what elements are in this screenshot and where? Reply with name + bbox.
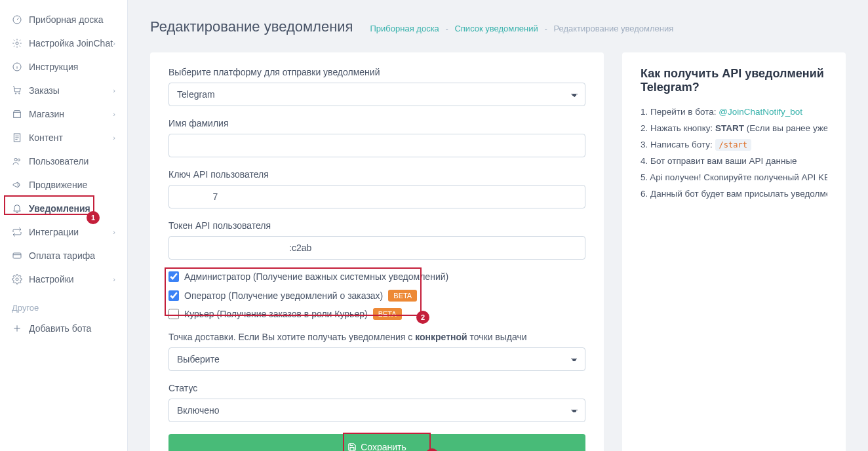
help-title: Как получить API уведолмений Telegram?: [641, 67, 827, 94]
help-step: Нажать кнопку: START (Если вы ранее уже …: [641, 120, 827, 136]
save-button[interactable]: Сохранить: [168, 434, 585, 451]
token-input[interactable]: [168, 236, 585, 260]
svg-point-8: [18, 159, 20, 161]
page-title: Редактирование уведомления: [150, 18, 353, 35]
chevron-right-icon: ›: [113, 275, 115, 283]
sidebar-section-other: Другое: [0, 291, 127, 317]
plus-icon: [12, 323, 22, 334]
sidebar-label: Инструкция: [29, 62, 78, 72]
sidebar-label: Настройка JoinChat: [29, 38, 113, 49]
bot-link[interactable]: @JoinChatNotify_bot: [719, 107, 802, 117]
pickup-label: Точка доставки. Если Вы хотите получать …: [168, 332, 585, 342]
sidebar-item-instruction[interactable]: Инструкция: [0, 55, 127, 79]
help-card: Как получить API уведолмений Telegram? П…: [622, 52, 846, 451]
sidebar-item-dashboard[interactable]: Приборная доска: [0, 8, 127, 31]
cog-icon: [12, 274, 22, 284]
chevron-right-icon: ›: [113, 228, 115, 236]
apikey-input[interactable]: [168, 185, 585, 208]
sidebar-label: Магазин: [29, 109, 64, 119]
operator-checkbox-label[interactable]: Оператор (Получение уведомлений о заказа…: [184, 290, 383, 301]
beta-badge: BETA: [373, 308, 402, 320]
svg-point-4: [19, 93, 20, 94]
chevron-right-icon: ›: [113, 39, 115, 47]
gauge-icon: [12, 14, 22, 25]
sidebar-item-notifications[interactable]: Уведомления: [0, 197, 127, 220]
chevron-right-icon: ›: [113, 87, 115, 94]
svg-point-7: [14, 158, 17, 161]
status-label: Статус: [168, 383, 585, 393]
main-content: Редактирование уведомления Приборная дос…: [128, 0, 868, 451]
sidebar-label: Заказы: [29, 85, 60, 96]
users-icon: [12, 156, 22, 167]
cart-icon: [12, 85, 22, 96]
courier-checkbox[interactable]: [168, 309, 179, 319]
admin-checkbox-label[interactable]: Администратор (Получение важных системны…: [184, 271, 448, 282]
annotation-badge-1: 1: [87, 211, 100, 224]
name-label: Имя фамилия: [168, 118, 585, 128]
form-card: Выберите платформу для отправки уведолме…: [150, 52, 604, 451]
svg-point-10: [16, 278, 18, 281]
help-step: Перейти в бота: @JoinChatNotify_bot: [641, 104, 827, 120]
store-icon: [12, 109, 22, 119]
admin-checkbox[interactable]: [168, 271, 179, 282]
svg-point-1: [16, 42, 18, 45]
courier-checkbox-label[interactable]: Курьер (Получение заказов в роли Курьер): [184, 309, 368, 319]
breadcrumb-link[interactable]: Список уведомлений: [454, 24, 538, 33]
save-icon: [347, 442, 357, 451]
svg-rect-5: [14, 112, 21, 117]
sidebar-item-integrations[interactable]: Интеграции ›: [0, 220, 127, 244]
sidebar-label: Приборная доска: [29, 14, 103, 25]
sidebar-item-add-bot[interactable]: Добавить бота: [0, 317, 127, 340]
gear-icon: [12, 38, 22, 49]
save-button-label: Сохранить: [361, 442, 406, 451]
sidebar-item-joinchat-settings[interactable]: Настройка JoinChat ›: [0, 31, 127, 55]
token-label: Токен API пользователя: [168, 220, 585, 231]
sidebar-item-payment[interactable]: Оплата тарифа: [0, 244, 127, 267]
sidebar-label: Контент: [29, 132, 63, 143]
apikey-label: Ключ API пользователя: [168, 169, 585, 180]
svg-point-3: [15, 93, 16, 94]
name-input[interactable]: [168, 134, 585, 157]
breadcrumb-link[interactable]: Приборная доска: [370, 24, 439, 33]
sidebar-item-settings[interactable]: Настройки ›: [0, 267, 127, 291]
repeat-icon: [12, 227, 22, 237]
chevron-right-icon: ›: [113, 110, 115, 118]
document-icon: [12, 132, 22, 143]
breadcrumb-current: Редактирование уведомления: [553, 24, 673, 33]
platform-label: Выберите платформу для отправки уведолме…: [168, 67, 585, 77]
sidebar-item-store[interactable]: Магазин ›: [0, 102, 127, 126]
pickup-select[interactable]: Выберите: [168, 347, 585, 371]
beta-badge: BETA: [388, 290, 417, 302]
help-step: Данный бот будет вам присылать уведолмен…: [641, 186, 827, 202]
sidebar-label: Добавить бота: [29, 323, 91, 334]
svg-rect-9: [13, 253, 21, 258]
bell-icon: [12, 203, 22, 214]
info-icon: [12, 62, 22, 72]
sidebar-item-orders[interactable]: Заказы ›: [0, 79, 127, 102]
annotation-badge-2: 2: [416, 311, 429, 324]
chevron-right-icon: ›: [113, 134, 115, 142]
sidebar-item-content[interactable]: Контент ›: [0, 126, 127, 149]
operator-checkbox[interactable]: [168, 290, 179, 301]
help-step: Api получен! Скопируйте полученый API KE…: [641, 169, 827, 186]
status-select[interactable]: Включено: [168, 399, 585, 422]
sidebar-label: Оплата тарифа: [29, 250, 95, 261]
code-chip: /start: [715, 139, 751, 151]
megaphone-icon: [12, 180, 22, 190]
sidebar-label: Продвижение: [29, 180, 87, 190]
sidebar: Приборная доска Настройка JoinChat › Инс…: [0, 0, 128, 451]
sidebar-label: Настройки: [29, 274, 74, 284]
help-step: Написать боту: /start: [641, 136, 827, 153]
help-step: Бот отправит вам ваши API данные: [641, 153, 827, 169]
sidebar-item-promotion[interactable]: Продвижение: [0, 173, 127, 197]
sidebar-label: Интеграции: [29, 227, 79, 237]
breadcrumb: Приборная доска - Список уведомлений - Р…: [370, 24, 674, 33]
sidebar-label: Уведомления: [29, 203, 90, 214]
card-icon: [12, 250, 22, 261]
sidebar-item-users[interactable]: Пользователи: [0, 149, 127, 173]
sidebar-label: Пользователи: [29, 156, 89, 167]
platform-select[interactable]: Telegram: [168, 83, 585, 106]
